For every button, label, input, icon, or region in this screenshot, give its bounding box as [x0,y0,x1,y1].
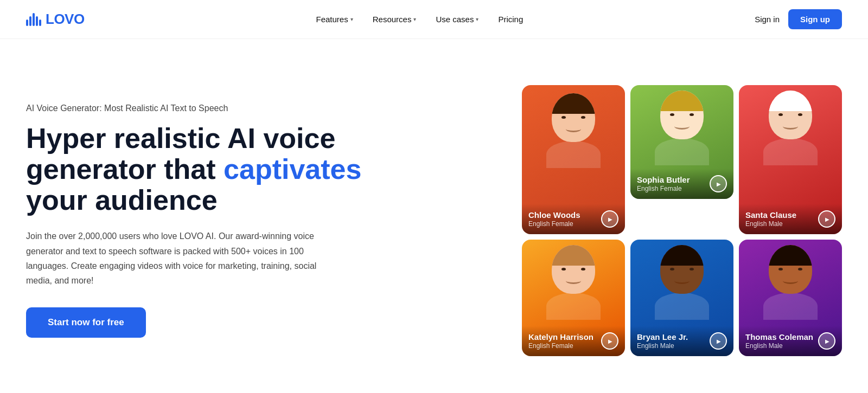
chevron-down-icon: ▾ [476,16,478,22]
nav-resources[interactable]: Resources ▾ [373,15,417,24]
bar4 [36,16,38,26]
voice-card-thomas[interactable]: Thomas ColemanEnglish Male [739,240,842,356]
voice-meta-sophia: English Female [637,185,690,192]
voice-meta-katelyn: English Female [528,342,593,350]
nav-usecases-label: Use cases [436,15,474,24]
chevron-down-icon: ▾ [413,16,416,22]
voice-overlay-chloe: Chloe WoodsEnglish Female [522,204,625,234]
play-button-katelyn[interactable] [601,332,618,350]
voice-meta-bryan: English Male [637,342,688,350]
voice-name-katelyn: Katelyn Harrison [528,332,593,342]
voice-grid: Chloe WoodsEnglish FemaleSophia ButlerEn… [522,85,842,356]
signup-button[interactable]: Sign up [788,9,842,29]
hero-section: AI Voice Generator: Most Realistic AI Te… [0,39,868,391]
nav-features-label: Features [316,15,348,24]
voice-card-katelyn[interactable]: Katelyn HarrisonEnglish Female [522,240,625,356]
nav-pricing[interactable]: Pricing [498,15,523,24]
signin-button[interactable]: Sign in [755,15,780,24]
play-button-chloe[interactable] [601,210,618,228]
start-now-button[interactable]: Start now for free [26,307,146,338]
play-button-santa[interactable] [818,210,835,228]
voice-overlay-santa: Santa ClauseEnglish Male [739,204,842,234]
voice-info-thomas: Thomas ColemanEnglish Male [745,332,813,350]
play-button-thomas[interactable] [818,332,835,350]
nav-pricing-label: Pricing [498,15,523,24]
voice-info-santa: Santa ClauseEnglish Male [745,210,796,228]
chevron-down-icon: ▾ [350,16,353,22]
nav-features[interactable]: Features ▾ [316,15,353,24]
hero-title: Hyper realistic AI voice generator that … [26,123,373,216]
voice-meta-santa: English Male [745,220,796,228]
voice-name-chloe: Chloe Woods [528,210,580,220]
voice-name-bryan: Bryan Lee Jr. [637,332,688,342]
voice-card-chloe[interactable]: Chloe WoodsEnglish Female [522,85,625,234]
voice-info-katelyn: Katelyn HarrisonEnglish Female [528,332,593,350]
logo-link[interactable]: LOVO [26,11,85,28]
voice-card-sophia[interactable]: Sophia ButlerEnglish Female [630,85,733,199]
nav-auth: Sign in Sign up [755,9,842,29]
voice-overlay-sophia: Sophia ButlerEnglish Female [630,169,733,199]
voice-info-bryan: Bryan Lee Jr.English Male [637,332,688,350]
voice-meta-chloe: English Female [528,220,580,228]
navbar: LOVO Features ▾ Resources ▾ Use cases ▾ … [0,0,868,39]
logo-icon [26,13,41,26]
voice-card-bryan[interactable]: Bryan Lee Jr.English Male [630,240,733,356]
bar2 [29,16,31,26]
bar1 [26,20,28,26]
logo-text: LOVO [46,11,85,28]
voice-overlay-katelyn: Katelyn HarrisonEnglish Female [522,326,625,356]
voice-name-santa: Santa Clause [745,210,796,220]
hero-title-part2: your audience [26,184,218,216]
hero-title-accent: captivates [224,153,361,185]
nav-menu: Features ▾ Resources ▾ Use cases ▾ Prici… [316,15,524,24]
voice-meta-thomas: English Male [745,342,813,350]
voice-info-sophia: Sophia ButlerEnglish Female [637,175,690,192]
voice-info-chloe: Chloe WoodsEnglish Female [528,210,580,228]
voice-name-sophia: Sophia Butler [637,175,690,185]
nav-usecases[interactable]: Use cases ▾ [436,15,478,24]
voice-card-santa[interactable]: Santa ClauseEnglish Male [739,85,842,234]
hero-content: AI Voice Generator: Most Realistic AI Te… [26,104,373,338]
bar3 [33,13,35,26]
voice-name-thomas: Thomas Coleman [745,332,813,342]
voice-overlay-bryan: Bryan Lee Jr.English Male [630,326,733,356]
play-button-bryan[interactable] [710,332,727,350]
bar5 [39,20,41,26]
hero-description: Join the over 2,000,000 users who love L… [26,229,330,288]
hero-subtitle: AI Voice Generator: Most Realistic AI Te… [26,104,373,113]
voice-overlay-thomas: Thomas ColemanEnglish Male [739,326,842,356]
nav-resources-label: Resources [373,15,412,24]
play-button-sophia[interactable] [710,175,727,192]
